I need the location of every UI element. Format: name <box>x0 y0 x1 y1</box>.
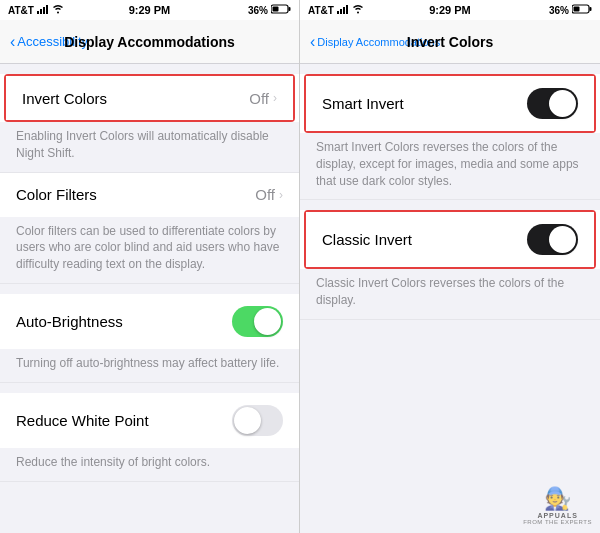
status-bar-left: AT&T 9:29 PM 36% <box>0 0 299 20</box>
carrier-right: AT&T <box>308 5 334 16</box>
invert-colors-highlight: Invert Colors Off › <box>4 74 295 122</box>
status-bar-right: AT&T 9:29 PM 36% <box>300 0 600 20</box>
chevron-right-back-icon: ‹ <box>310 33 315 51</box>
svg-rect-3 <box>46 5 48 14</box>
invert-colors-label: Invert Colors <box>22 90 107 107</box>
svg-rect-15 <box>574 7 580 12</box>
nav-bar-right: ‹ Display Accommodations Invert Colors <box>300 20 600 64</box>
color-filters-row[interactable]: Color Filters Off › <box>0 173 299 217</box>
watermark-line2: FROM THE EXPERTS <box>523 519 592 525</box>
svg-rect-14 <box>590 7 592 11</box>
reduce-white-point-description: Reduce the intensity of bright colors. <box>0 448 299 481</box>
battery-percent-left: 36% <box>248 5 268 16</box>
auto-brightness-row[interactable]: Auto-Brightness <box>0 294 299 349</box>
battery-icon-right <box>572 4 592 16</box>
svg-rect-0 <box>37 11 39 14</box>
reduce-white-point-toggle[interactable] <box>232 405 283 436</box>
svg-rect-11 <box>346 5 348 14</box>
classic-invert-highlight: Classic Invert <box>304 210 596 269</box>
svg-rect-9 <box>340 9 342 14</box>
time-right: 9:29 PM <box>429 4 471 16</box>
battery-percent-right: 36% <box>549 5 569 16</box>
signal-icon-right <box>337 4 349 16</box>
classic-invert-row[interactable]: Classic Invert <box>306 212 594 267</box>
smart-invert-label: Smart Invert <box>322 95 404 112</box>
right-settings-content: Smart Invert Smart Invert Colors reverse… <box>300 64 600 533</box>
auto-brightness-toggle[interactable] <box>232 306 283 337</box>
svg-rect-10 <box>343 7 345 14</box>
invert-colors-chevron-icon: › <box>273 91 277 105</box>
classic-invert-description: Classic Invert Colors reverses the color… <box>300 269 600 319</box>
chevron-left-icon: ‹ <box>10 33 15 51</box>
svg-rect-1 <box>40 9 42 14</box>
watermark-line1: APPUALS <box>537 512 577 519</box>
svg-rect-8 <box>337 11 339 14</box>
color-filters-section: Color Filters Off › Color filters can be… <box>0 173 299 284</box>
classic-invert-toggle[interactable] <box>527 224 578 255</box>
auto-brightness-label: Auto-Brightness <box>16 313 123 330</box>
svg-point-12 <box>357 12 359 14</box>
left-screen: AT&T 9:29 PM 36% <box>0 0 300 533</box>
auto-brightness-section: Auto-Brightness Turning off auto-brightn… <box>0 294 299 383</box>
color-filters-description: Color filters can be used to differentia… <box>0 217 299 283</box>
watermark: 🧑‍🔧 APPUALS FROM THE EXPERTS <box>523 486 592 525</box>
signal-icon-left <box>37 4 49 16</box>
invert-colors-section: Invert Colors Off › Enabling Invert Colo… <box>0 74 299 173</box>
nav-bar-left: ‹ Accessibility Display Accommodations <box>0 20 299 64</box>
svg-rect-2 <box>43 7 45 14</box>
reduce-white-point-section: Reduce White Point Reduce the intensity … <box>0 393 299 482</box>
wifi-icon-right <box>352 4 364 16</box>
classic-invert-section: Classic Invert Classic Invert Colors rev… <box>300 210 600 320</box>
smart-invert-section: Smart Invert Smart Invert Colors reverse… <box>300 74 600 200</box>
smart-invert-row[interactable]: Smart Invert <box>306 76 594 131</box>
wifi-icon-left <box>52 4 64 16</box>
left-settings-content: Invert Colors Off › Enabling Invert Colo… <box>0 64 299 533</box>
battery-icon-left <box>271 4 291 16</box>
auto-brightness-description: Turning off auto-brightness may affect b… <box>0 349 299 382</box>
svg-rect-7 <box>273 7 279 12</box>
svg-point-4 <box>57 12 59 14</box>
color-filters-label: Color Filters <box>16 186 97 203</box>
invert-colors-value: Off › <box>249 90 277 107</box>
nav-title-left: Display Accommodations <box>64 34 235 50</box>
right-screen: AT&T 9:29 PM 36% <box>300 0 600 533</box>
carrier-left: AT&T <box>8 5 34 16</box>
time-left: 9:29 PM <box>129 4 171 16</box>
nav-title-right: Invert Colors <box>407 34 493 50</box>
smart-invert-toggle[interactable] <box>527 88 578 119</box>
invert-colors-description: Enabling Invert Colors will automaticall… <box>0 122 299 172</box>
color-filters-chevron-icon: › <box>279 188 283 202</box>
smart-invert-highlight: Smart Invert <box>304 74 596 133</box>
reduce-white-point-row[interactable]: Reduce White Point <box>0 393 299 448</box>
classic-invert-label: Classic Invert <box>322 231 412 248</box>
invert-colors-row[interactable]: Invert Colors Off › <box>6 76 293 120</box>
color-filters-value: Off › <box>255 186 283 203</box>
svg-rect-6 <box>289 7 291 11</box>
smart-invert-description: Smart Invert Colors reverses the colors … <box>300 133 600 199</box>
watermark-icon: 🧑‍🔧 <box>544 486 571 512</box>
reduce-white-point-label: Reduce White Point <box>16 412 149 429</box>
